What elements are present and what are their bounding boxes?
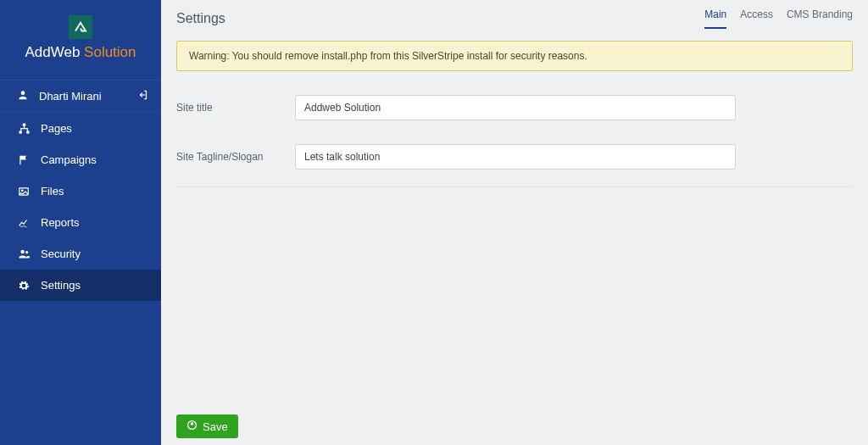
sidebar-item-settings[interactable]: Settings [0, 270, 161, 301]
form-row-site-title: Site title [176, 86, 853, 136]
sidebar-item-files[interactable]: Files [0, 175, 161, 207]
page-title: Settings [176, 11, 704, 26]
sidebar-item-label: Files [41, 185, 64, 197]
sidebar-item-label: Campaigns [41, 153, 97, 166]
users-icon [17, 248, 31, 260]
image-icon [17, 186, 31, 197]
brand-name-a: AddWeb [25, 44, 80, 60]
sidebar-item-reports[interactable]: Reports [0, 207, 161, 238]
svg-point-2 [19, 131, 22, 134]
gear-icon [17, 280, 31, 292]
tagline-label: Site Tagline/Slogan [176, 151, 295, 163]
sidebar-item-label: Security [41, 248, 81, 260]
form-divider [176, 186, 853, 187]
flag-icon [17, 154, 31, 166]
brand-name-b: Solution [80, 44, 136, 60]
tagline-input[interactable] [295, 144, 736, 170]
brand-logo-block: AddWeb Solution [0, 0, 161, 80]
topbar: Settings Main Access CMS Branding [161, 0, 868, 29]
save-label: Save [203, 420, 228, 433]
tabs: Main Access CMS Branding [704, 8, 853, 29]
user-name: Dharti Mirani [39, 90, 137, 103]
tab-main[interactable]: Main [704, 8, 726, 29]
sidebar-item-label: Pages [41, 122, 72, 135]
svg-rect-4 [19, 155, 20, 164]
tab-access[interactable]: Access [740, 8, 773, 29]
brand-logo-icon [69, 15, 92, 39]
site-title-label: Site title [176, 102, 295, 114]
user-profile-row[interactable]: Dharti Mirani [0, 80, 161, 113]
save-button[interactable]: Save [176, 414, 238, 438]
logout-icon[interactable] [137, 89, 149, 103]
svg-point-7 [20, 250, 24, 253]
save-icon [186, 420, 198, 433]
tab-cms-branding[interactable]: CMS Branding [787, 8, 853, 29]
form-row-tagline: Site Tagline/Slogan [176, 136, 853, 185]
sidebar-item-security[interactable]: Security [0, 238, 161, 270]
sidebar-item-label: Settings [41, 279, 81, 292]
sidebar: AddWeb Solution Dharti Mirani Pages Camp… [0, 0, 161, 445]
svg-point-3 [26, 131, 30, 134]
site-title-input[interactable] [295, 95, 736, 120]
main-area: Settings Main Access CMS Branding Warnin… [161, 0, 868, 445]
sidebar-item-campaigns[interactable]: Campaigns [0, 144, 161, 175]
chart-icon [17, 217, 31, 229]
footer-bar: Save [161, 414, 868, 445]
svg-point-8 [25, 251, 28, 253]
svg-point-6 [21, 189, 23, 191]
content-pane: Warning: You should remove install.php f… [161, 29, 868, 414]
sitemap-icon [17, 122, 31, 135]
sidebar-nav: Pages Campaigns Files Reports Security [0, 113, 161, 301]
sidebar-item-label: Reports [41, 216, 80, 229]
sidebar-item-pages[interactable]: Pages [0, 113, 161, 144]
svg-point-1 [22, 123, 25, 126]
brand-name: AddWeb Solution [0, 44, 161, 61]
warning-alert: Warning: You should remove install.php f… [176, 41, 853, 71]
svg-point-0 [21, 91, 25, 95]
user-icon [17, 89, 29, 103]
